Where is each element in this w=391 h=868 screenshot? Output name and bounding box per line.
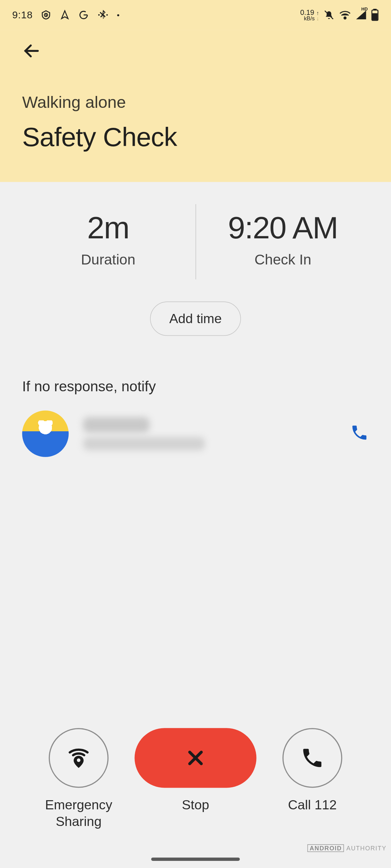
status-right: 0.19 ↑ kB/s ↓ HD [300, 8, 379, 21]
stop-action[interactable]: Stop [135, 728, 257, 813]
call-emergency-button[interactable] [282, 728, 342, 788]
header-subtitle: Walking alone [22, 93, 369, 112]
duration-label: Duration [22, 251, 194, 269]
phone-icon [300, 746, 324, 770]
contact-row[interactable] [0, 395, 391, 457]
checkin-label: Check In [197, 251, 369, 269]
network-speed: 0.19 ↑ kB/s ↓ [300, 8, 319, 21]
google-icon [78, 9, 89, 21]
svg-point-1 [98, 14, 99, 16]
gesture-bar [151, 857, 240, 861]
watermark: ANDROID AUTHORITY [308, 844, 387, 852]
header-title: Safety Check [22, 122, 369, 152]
bottom-actions: Emergency Sharing Stop Call 112 [0, 728, 391, 830]
stop-label: Stop [182, 797, 209, 813]
arrow-left-icon [22, 41, 41, 60]
bluetooth-connected-icon [97, 9, 109, 21]
duration-value: 2m [22, 210, 194, 245]
call-emergency-label: Call 112 [288, 797, 337, 813]
stats-row: 2m Duration 9:20 AM Check In [0, 204, 391, 279]
add-time-button[interactable]: Add time [150, 301, 241, 336]
phone-icon [350, 423, 369, 442]
back-button[interactable] [22, 40, 44, 62]
duration-stat: 2m Duration [22, 204, 194, 279]
dot-icon: • [117, 11, 119, 19]
svg-point-2 [106, 14, 108, 16]
emergency-sharing-action[interactable]: Emergency Sharing [37, 728, 120, 830]
close-icon [184, 746, 207, 770]
svg-rect-7 [373, 14, 377, 19]
contact-phone [83, 437, 205, 450]
call-contact-button[interactable] [350, 423, 369, 444]
contact-text [83, 417, 336, 450]
status-time: 9:18 [12, 9, 33, 21]
emergency-sharing-button[interactable] [49, 728, 109, 788]
alarm-icon [40, 9, 52, 21]
emergency-sharing-label: Emergency Sharing [45, 797, 112, 830]
svg-point-4 [344, 17, 346, 19]
status-bar: 9:18 • 0.19 ↑ kB/s ↓ [0, 0, 391, 30]
mute-icon [323, 9, 335, 21]
checkin-value: 9:20 AM [197, 210, 369, 245]
battery-icon [371, 9, 379, 21]
header: Walking alone Safety Check [0, 30, 391, 182]
navigation-icon [59, 9, 71, 21]
checkin-stat: 9:20 AM Check In [197, 204, 369, 279]
vertical-divider [195, 204, 196, 279]
contact-avatar [22, 411, 69, 457]
status-left: 9:18 • [12, 9, 119, 21]
notify-label: If no response, notify [0, 378, 391, 395]
svg-point-8 [77, 758, 80, 762]
emergency-sharing-icon [66, 745, 92, 771]
contact-name [83, 417, 150, 433]
svg-rect-6 [374, 9, 376, 10]
wifi-icon [339, 9, 351, 21]
stop-button[interactable] [135, 728, 257, 788]
main-content: 2m Duration 9:20 AM Check In Add time If… [0, 182, 391, 457]
signal-icon: HD [356, 10, 367, 20]
call-emergency-action[interactable]: Call 112 [271, 728, 354, 813]
